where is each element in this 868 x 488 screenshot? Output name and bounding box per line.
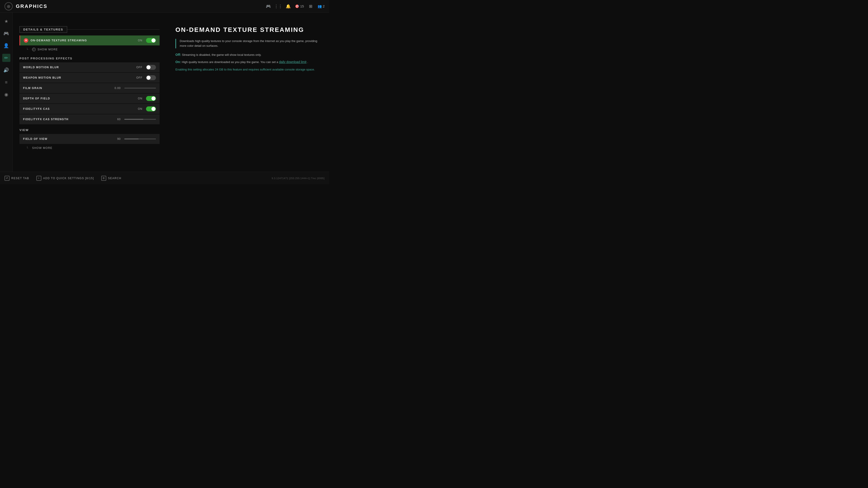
toggle-knob-cas xyxy=(151,107,156,111)
sidebar-item-controller[interactable]: 🎮 xyxy=(2,29,10,37)
detail-title: ON-DEMAND TEXTURE STREAMING xyxy=(176,26,320,33)
l-bracket-icon: └ xyxy=(26,48,29,51)
sidebar: ★ 🎮 👤 ✏ 🔊 ≡ ◉ xyxy=(0,13,13,172)
bell-icon[interactable]: 🔔 xyxy=(285,3,291,9)
toggle-knob-dof xyxy=(151,96,156,101)
grid-icon[interactable]: ⋮⋮ xyxy=(275,3,281,9)
setting-fidelityfx-cas[interactable]: FIDELITYFX CAS ON xyxy=(20,104,160,114)
setting-name-world-blur: WORLD MOTION BLUR xyxy=(23,66,128,69)
setting-name-fov: FIELD OF VIEW xyxy=(23,137,106,140)
toggle-world-blur[interactable] xyxy=(146,65,156,70)
setting-weapon-motion-blur[interactable]: WEAPON MOTION BLUR OFF xyxy=(20,73,160,83)
setting-value-cas: ON xyxy=(128,107,146,110)
shield-icon: 🎯 xyxy=(295,4,299,8)
friends-icon: 👥 xyxy=(318,4,322,8)
search-icon: ☰ xyxy=(101,176,106,181)
add-quick-settings-label: ADD TO QUICK SETTINGS [8/15] xyxy=(43,177,94,180)
gamepad-icon[interactable]: 🎮 xyxy=(265,3,272,9)
slider-fov-container xyxy=(124,138,156,139)
friends-count: 2 xyxy=(323,4,324,8)
setting-value-fov: 90 xyxy=(106,137,124,140)
friends-badge: 👥 2 xyxy=(318,4,324,8)
setting-name-weapon-blur: WEAPON MOTION BLUR xyxy=(23,76,128,79)
toggle-knob-on-demand xyxy=(151,38,156,42)
show-more-label-view: SHOW MORE xyxy=(32,147,53,150)
left-panel: DETAILS & TEXTURES ✕ ON-DEMAND TEXTURE S… xyxy=(13,13,166,172)
show-more-label-details: SHOW MORE xyxy=(37,48,58,51)
section-header-line xyxy=(67,29,160,30)
setting-name-dof: DEPTH OF FIELD xyxy=(23,97,128,100)
logo-icon: ◎ xyxy=(4,2,13,10)
setting-value-cas-strength: 60 xyxy=(106,118,124,121)
toggle-knob-weapon-blur xyxy=(147,76,151,80)
off-text: Streaming is disabled, the game will sho… xyxy=(182,53,261,57)
slider-film-grain-track[interactable] xyxy=(124,88,156,89)
toggle-dof[interactable] xyxy=(146,96,156,101)
toggle-cas[interactable] xyxy=(146,106,156,111)
detail-off-block: Off: Streaming is disabled, the game wil… xyxy=(176,53,320,57)
setting-value-weapon-blur: OFF xyxy=(128,76,146,79)
search-button[interactable]: ☰ SEARCH xyxy=(101,176,121,181)
setting-name-cas-strength: FIDELITYFX CAS STRENGTH xyxy=(23,118,106,121)
show-more-details[interactable]: └ ⓘ SHOW MORE xyxy=(20,46,160,53)
slider-cas-strength-track[interactable] xyxy=(124,119,156,120)
top-bar: ◎ GRAPHICS 🎮 ⋮⋮ 🔔 🎯 15 ⊞ 👥 2 xyxy=(0,0,329,13)
slider-fov-fill xyxy=(124,138,138,139)
detail-on-block: On: High quality textures are downloaded… xyxy=(176,60,320,64)
slider-cas-strength-container xyxy=(124,119,156,120)
setting-fidelityfx-cas-strength[interactable]: FIDELITYFX CAS STRENGTH 60 xyxy=(20,114,160,124)
slider-cas-strength-fill xyxy=(124,119,143,120)
sidebar-item-accessibility[interactable]: ◉ xyxy=(2,90,10,98)
top-bar-right: 🎮 ⋮⋮ 🔔 🎯 15 ⊞ 👥 2 xyxy=(265,3,324,9)
network-icon[interactable]: ⊞ xyxy=(308,3,314,9)
slider-film-grain-container xyxy=(124,88,156,89)
on-text: High quality textures are downloaded as … xyxy=(182,60,278,64)
sidebar-item-ui[interactable]: ≡ xyxy=(2,78,10,86)
setting-name-film-grain: FILM GRAIN xyxy=(23,87,106,90)
l-bracket-icon-view: └ xyxy=(26,146,29,150)
setting-film-grain[interactable]: FILM GRAIN 0.00 xyxy=(20,83,160,93)
reset-tab-label: RESET TAB xyxy=(11,177,29,180)
setting-value-on-demand: ON xyxy=(128,39,146,42)
version-info: 9.3.12471471 [255:255:1444+1] Tmc [6995] xyxy=(272,177,324,180)
section-post-processing: POST PROCESSING EFFECTS xyxy=(20,53,160,62)
slider-fov-track[interactable] xyxy=(124,138,156,139)
toggle-on-demand[interactable] xyxy=(146,38,156,43)
reset-tab-button[interactable]: ↺ RESET TAB xyxy=(4,176,29,181)
on-link[interactable]: daily download limit xyxy=(279,60,306,64)
section-details-textures: DETAILS & TEXTURES xyxy=(20,26,160,33)
setting-value-world-blur: OFF xyxy=(128,66,146,69)
add-quick-settings-button[interactable]: + ADD TO QUICK SETTINGS [8/15] xyxy=(36,176,94,181)
reset-icon: ↺ xyxy=(4,176,9,181)
setting-value-dof: ON xyxy=(128,97,146,100)
right-panel: ON-DEMAND TEXTURE STREAMING Downloads hi… xyxy=(166,13,329,172)
sidebar-item-favorites[interactable]: ★ xyxy=(2,17,10,25)
setting-value-film-grain: 0.00 xyxy=(106,87,124,90)
setting-name-cas: FIDELITYFX CAS xyxy=(23,107,128,110)
toggle-knob-world-blur xyxy=(147,65,151,69)
section-header-label: DETAILS & TEXTURES xyxy=(20,26,67,33)
setting-name-on-demand: ON-DEMAND TEXTURE STREAMING xyxy=(31,39,128,42)
detail-description: Downloads high quality textures to your … xyxy=(180,39,317,47)
setting-field-of-view[interactable]: FIELD OF VIEW 90 xyxy=(20,134,160,144)
show-more-view[interactable]: └ SHOW MORE xyxy=(20,144,160,152)
add-icon: + xyxy=(36,176,41,181)
show-more-icon-details: ⓘ xyxy=(32,48,36,51)
player-badge: 🎯 15 xyxy=(295,4,304,8)
setting-world-motion-blur[interactable]: WORLD MOTION BLUR OFF xyxy=(20,62,160,72)
toggle-weapon-blur[interactable] xyxy=(146,75,156,80)
on-text2: . xyxy=(307,60,308,64)
sidebar-item-account[interactable]: 👤 xyxy=(2,41,10,50)
detail-warning: Enabling this setting allocates 24 GB to… xyxy=(176,67,320,72)
off-label: Off: xyxy=(176,53,181,57)
setting-on-demand-texture[interactable]: ✕ ON-DEMAND TEXTURE STREAMING ON xyxy=(20,35,160,45)
main-content: DETAILS & TEXTURES ✕ ON-DEMAND TEXTURE S… xyxy=(13,13,329,172)
search-label: SEARCH xyxy=(108,177,121,180)
sidebar-item-audio[interactable]: 🔊 xyxy=(2,66,10,74)
detail-description-block: Downloads high quality textures to your … xyxy=(176,39,320,48)
sidebar-item-graphics[interactable]: ✏ xyxy=(2,54,10,62)
active-indicator-icon: ✕ xyxy=(24,38,28,43)
bottom-bar: ↺ RESET TAB + ADD TO QUICK SETTINGS [8/1… xyxy=(0,172,329,184)
on-label: On: xyxy=(176,60,181,64)
setting-depth-of-field[interactable]: DEPTH OF FIELD ON xyxy=(20,94,160,103)
